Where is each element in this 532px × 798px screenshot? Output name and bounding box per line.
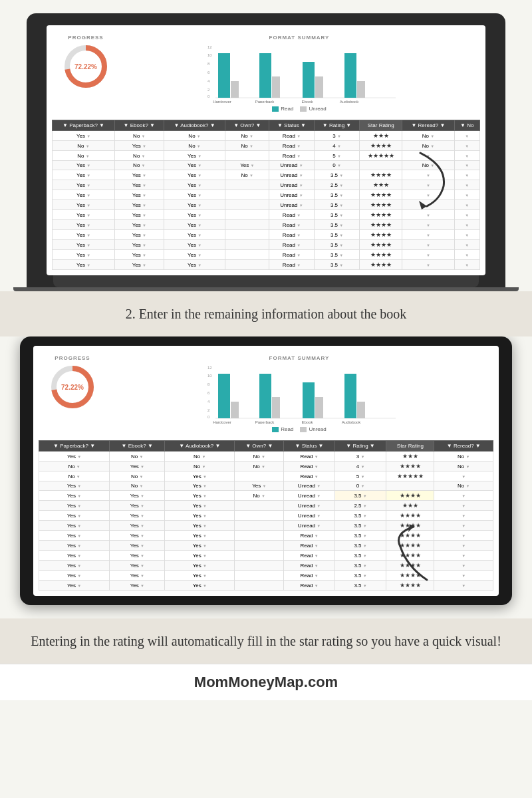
table-cell: [225, 220, 269, 230]
table-cell: ▼: [434, 511, 493, 521]
table-row: Yes ▼Yes ▼Yes ▼Unread ▼3.5 ▼★★★★▼▼: [53, 200, 480, 210]
table-cell: Yes ▼: [114, 260, 164, 270]
legend-read-color-bottom: [272, 427, 279, 432]
svg-text:0: 0: [207, 94, 210, 98]
table-row: No ▼No ▼Yes ▼Read ▼5 ▼★★★★★▼: [39, 471, 493, 481]
table-cell: Yes ▼: [164, 230, 225, 240]
table-cell: ▼: [454, 161, 479, 170]
table-header-row-bottom: ▼ Paperback? ▼ ▼ Ebook? ▼ ▼ Audiobook? ▼…: [39, 441, 493, 452]
table-cell: 3.5 ▼: [314, 240, 359, 250]
table-cell: Yes ▼: [39, 452, 110, 462]
footer: MomMoneyMap.com: [0, 664, 532, 700]
table-cell: Yes ▼: [53, 161, 115, 170]
table-cell: ▼: [402, 220, 454, 230]
th-own-bottom: ▼ Own? ▼: [235, 441, 284, 452]
th-star-rating-top: Star Rating: [360, 120, 402, 131]
table-cell: ★★★★: [360, 200, 402, 210]
table-cell: No ▼: [164, 141, 225, 151]
table-cell: Yes ▼: [110, 511, 165, 521]
chart-title-top: FORMAT SUMMARY: [269, 35, 330, 41]
table-cell: Yes ▼: [165, 471, 235, 481]
table-cell: No ▼: [39, 462, 110, 471]
table-cell: ★★★★: [386, 551, 434, 561]
table-cell: [225, 200, 269, 210]
table-cell: ▼: [402, 200, 454, 210]
svg-text:10: 10: [207, 374, 212, 378]
th-status-bottom: ▼ Status ▼: [284, 441, 335, 452]
svg-rect-12: [259, 53, 271, 98]
table-row: No ▼Yes ▼No ▼No ▼Read ▼4 ▼★★★★No ▼▼: [53, 141, 480, 151]
table-cell: Yes ▼: [114, 230, 164, 240]
laptop-screen-top: PROGRESS 72.22% FORMAT SUMMARY: [47, 25, 485, 275]
table-cell: ★★★★: [360, 210, 402, 220]
table-cell: Unread ▼: [284, 511, 335, 521]
table-cell: ★★★: [360, 131, 402, 141]
table-cell: [225, 230, 269, 240]
table-row: Yes ▼Yes ▼Yes ▼Read ▼3.5 ▼★★★★▼: [39, 571, 493, 581]
table-cell: Yes ▼: [164, 170, 225, 180]
table-cell: [235, 521, 284, 531]
table-row: No ▼No ▼Yes ▼Read ▼5 ▼★★★★★▼▼: [53, 151, 480, 161]
table-cell: [386, 481, 434, 491]
table-cell: 3.5 ▼: [314, 190, 359, 200]
table-cell: ▼: [434, 491, 493, 501]
table-cell: ▼: [402, 170, 454, 180]
table-row: Yes ▼Yes ▼Yes ▼Unread ▼3.5 ▼★★★★▼: [39, 511, 493, 521]
table-cell: Yes ▼: [110, 571, 165, 581]
table-cell: ★★★★: [360, 240, 402, 250]
table-cell: Read ▼: [284, 581, 335, 591]
table-cell: ▼: [454, 260, 479, 270]
table-cell: [235, 501, 284, 511]
table-cell: ▼: [454, 230, 479, 240]
svg-rect-38: [315, 397, 323, 418]
table-cell: Yes ▼: [114, 250, 164, 260]
table-cell: 5 ▼: [314, 151, 359, 161]
svg-text:Audiobook: Audiobook: [340, 100, 359, 103]
table-cell: 3.5 ▼: [334, 551, 386, 561]
table-cell: No ▼: [53, 141, 115, 151]
table-cell: ▼: [402, 180, 454, 190]
progress-label-top: PROGRESS: [68, 35, 103, 41]
table-cell: ▼: [434, 471, 493, 481]
table-cell: ▼: [454, 170, 479, 180]
table-cell: Yes ▼: [164, 200, 225, 210]
svg-text:0: 0: [207, 415, 210, 419]
table-cell: ▼: [434, 541, 493, 551]
svg-text:Paperback: Paperback: [255, 420, 275, 424]
instruction-text-1: 2. Enter in the remaining information ab…: [27, 305, 505, 323]
table-cell: Yes ▼: [110, 581, 165, 591]
svg-rect-40: [357, 402, 365, 418]
table-cell: No ▼: [39, 471, 110, 481]
table-row: Yes ▼Yes ▼Yes ▼Read ▼3.5 ▼★★★★▼: [39, 541, 493, 551]
table-cell: Read ▼: [284, 531, 335, 541]
svg-text:Ebook: Ebook: [301, 420, 313, 424]
svg-rect-17: [357, 81, 365, 98]
table-body-bottom: Yes ▼No ▼No ▼No ▼Read ▼3 ▼★★★No ▼No ▼Yes…: [39, 452, 493, 591]
table-cell: ★★★★: [360, 190, 402, 200]
table-cell: ★★★★: [386, 462, 434, 471]
table-cell: Yes ▼: [39, 521, 110, 531]
table-cell: [235, 511, 284, 521]
table-cell: [235, 471, 284, 481]
legend-read-top: Read: [272, 106, 293, 112]
svg-rect-34: [231, 402, 239, 418]
table-cell: ★★★★★: [360, 151, 402, 161]
table-cell: ▼: [434, 531, 493, 541]
svg-rect-35: [259, 374, 271, 418]
table-cell: [225, 190, 269, 200]
svg-text:10: 10: [207, 53, 212, 57]
table-cell: Yes ▼: [114, 240, 164, 250]
table-cell: 2.5 ▼: [334, 501, 386, 511]
th-rating-top: ▼ Rating ▼: [314, 120, 359, 131]
table-cell: Yes ▼: [114, 190, 164, 200]
donut-value-bottom: 72.22%: [61, 384, 84, 391]
table-row: Yes ▼Yes ▼Yes ▼Read ▼3.5 ▼★★★★▼▼: [53, 210, 480, 220]
table-cell: Read ▼: [269, 210, 315, 220]
table-cell: Yes ▼: [114, 141, 164, 151]
svg-rect-39: [344, 374, 356, 418]
table-cell: Read ▼: [269, 141, 315, 151]
table-row: Yes ▼Yes ▼Yes ▼Unread ▼2.5 ▼★★★▼: [39, 501, 493, 511]
table-cell: Unread ▼: [269, 200, 315, 210]
table-cell: Yes ▼: [114, 180, 164, 190]
table-container-bottom: ▼ Paperback? ▼ ▼ Ebook? ▼ ▼ Audiobook? ▼…: [39, 440, 493, 591]
